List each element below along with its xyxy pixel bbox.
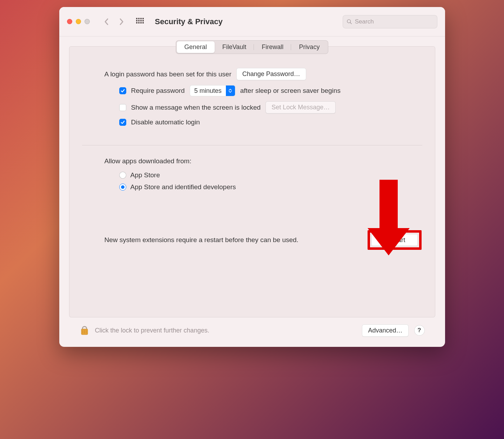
nav-arrows [102,17,126,27]
change-password-button[interactable]: Change Password… [236,68,306,80]
radio-identified[interactable] [119,184,126,191]
require-password-suffix: after sleep or screen saver begins [240,87,341,95]
search-input[interactable] [355,18,434,25]
general-settings: A login password has been set for this u… [69,54,435,145]
require-password-delay-select[interactable]: 5 minutes [190,85,235,96]
show-message-label: Show a message when the screen is locked [131,104,261,111]
tabs-wrap: General FileVault Firewall Privacy [69,40,435,54]
tabs: General FileVault Firewall Privacy [176,40,329,54]
lock-icon[interactable] [80,324,89,337]
tab-firewall[interactable]: Firewall [254,41,291,53]
show-message-checkbox[interactable] [119,104,126,111]
show-all-icon[interactable] [136,18,144,26]
tab-filevault[interactable]: FileVault [215,41,254,53]
select-stepper-icon [226,85,235,96]
allow-apps-section: Allow apps downloaded from: App Store Ap… [69,145,435,199]
minimize-window-button[interactable] [76,19,81,24]
tab-general[interactable]: General [177,41,215,53]
forward-button[interactable] [116,17,126,27]
radio-appstore-label: App Store [130,171,160,179]
restart-button[interactable]: Restart [371,234,417,246]
help-button[interactable]: ? [414,325,425,336]
allow-apps-heading: Allow apps downloaded from: [105,157,400,165]
back-button[interactable] [102,17,112,27]
annotation-highlight-box: Restart [368,230,421,250]
disable-auto-login-checkbox[interactable] [119,119,126,126]
main-panel: General FileVault Firewall Privacy A log… [69,46,435,317]
footer: Click the lock to prevent further change… [69,317,435,337]
require-password-row: Require password 5 minutes after sleep o… [105,85,400,96]
search-icon [347,19,352,25]
lock-text: Click the lock to prevent further change… [95,327,357,334]
traffic-lights [67,19,90,24]
close-window-button[interactable] [67,19,72,24]
disable-auto-login-row: Disable automatic login [105,118,400,126]
system-preferences-window: Security & Privacy General FileVault Fir… [59,7,445,347]
login-password-row: A login password has been set for this u… [105,68,400,80]
disable-auto-login-label: Disable automatic login [131,118,200,126]
toolbar: Security & Privacy [59,7,445,36]
require-password-label: Require password [131,87,185,95]
radio-identified-label: App Store and identified developers [130,183,236,191]
allow-apps-option-identified[interactable]: App Store and identified developers [105,183,400,191]
restart-message: New system extensions require a restart … [105,236,298,244]
content: General FileVault Firewall Privacy A log… [59,36,445,347]
tab-privacy[interactable]: Privacy [291,41,327,53]
login-password-text: A login password has been set for this u… [105,70,231,78]
svg-line-1 [350,22,351,24]
zoom-window-button[interactable] [85,19,90,24]
require-password-delay-value: 5 minutes [190,87,226,95]
restart-row: New system extensions require a restart … [69,230,435,250]
advanced-button[interactable]: Advanced… [362,324,408,337]
window-title: Security & Privacy [155,17,223,26]
radio-appstore[interactable] [119,172,126,179]
allow-apps-option-appstore[interactable]: App Store [105,171,400,179]
show-message-row: Show a message when the screen is locked… [105,101,400,114]
set-lock-message-button: Set Lock Message… [266,101,336,114]
search-box[interactable] [343,15,437,28]
require-password-checkbox[interactable] [119,87,126,94]
